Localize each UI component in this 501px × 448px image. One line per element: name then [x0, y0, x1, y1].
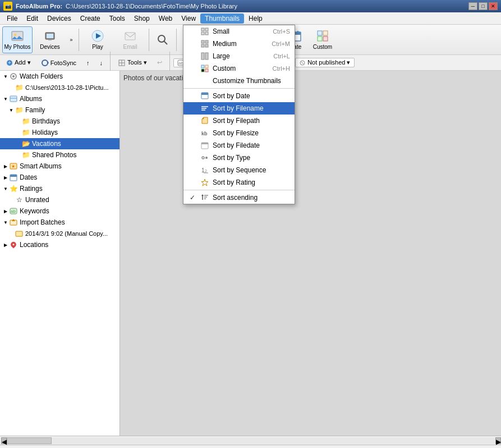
menu-customize-thumbnails[interactable]: Customize Thumbnails [183, 75, 295, 87]
search-button[interactable] [153, 26, 173, 53]
locations-label: Locations [20, 241, 48, 249]
email-button[interactable]: Email [115, 26, 145, 53]
sidebar-item-ratings[interactable]: ▼ ⭐ Ratings [0, 183, 119, 194]
sidebar-item-keywords[interactable]: ▶ ab Keywords [0, 205, 119, 217]
add-button[interactable]: + Add ▾ [2, 57, 35, 68]
large-label: Large [213, 52, 230, 60]
sidebar-item-dates[interactable]: ▶ Dates [0, 172, 119, 183]
svg-point-37 [12, 75, 15, 77]
sort-filedate-label: Sort by Filedate [213, 141, 260, 149]
sort-down-button[interactable]: ↓ [96, 58, 107, 68]
expander: ▼ [8, 107, 15, 113]
menu-web[interactable]: Web [154, 13, 177, 24]
play-button[interactable]: Play [82, 26, 113, 53]
small-label: Small [213, 28, 229, 35]
svg-line-9 [164, 41, 167, 44]
sort-up-button[interactable]: ↑ [82, 58, 94, 68]
svg-rect-53 [205, 32, 208, 35]
close-button[interactable]: ✕ [489, 2, 498, 10]
menu-edit[interactable]: Edit [22, 13, 43, 24]
svg-text:2: 2 [205, 169, 207, 173]
menu-devices[interactable]: Devices [43, 13, 76, 24]
sidebar-item-family[interactable]: ▼ 📁 Family [0, 104, 119, 116]
expander [15, 129, 21, 136]
menu-help[interactable]: Help [244, 13, 267, 24]
menu-small[interactable]: Small Ctrl+S [183, 25, 295, 38]
menu-sort-type[interactable]: Sort by Type [183, 152, 295, 164]
sidebar-item-birthdays[interactable]: 📁 Birthdays [0, 116, 119, 127]
customize-label: Customize Thumbnails [213, 77, 281, 85]
menu-sort-filename[interactable]: Sort by Filename [183, 102, 295, 115]
scroll-thumb[interactable] [7, 437, 52, 444]
medium-icon [200, 39, 209, 48]
sidebar-item-albums[interactable]: ▼ Albums [0, 93, 119, 104]
menu-sort-sequence[interactable]: 12 Sort by Sequence [183, 164, 295, 176]
thumbnails-menu[interactable]: Small Ctrl+S Medium Ctrl+M Large Ctrl+L [183, 25, 295, 204]
not-published-label: Not published ▾ [307, 59, 350, 66]
undo-button[interactable]: ↩ [153, 57, 166, 68]
menu-medium[interactable]: Medium Ctrl+M [183, 38, 295, 50]
menu-tools[interactable]: Tools [105, 13, 130, 24]
expander [8, 230, 15, 237]
expander: ▼ [2, 73, 9, 80]
menu-large[interactable]: Large Ctrl+L [183, 50, 295, 62]
keywords-label: Keywords [20, 207, 49, 215]
dates-label: Dates [20, 173, 37, 181]
menu-sort-ascending[interactable]: ✓ Sort ascending [183, 191, 295, 204]
sidebar-item-watch-path[interactable]: 📁 C:\Users\2013-10-28-1\Pictu... [0, 82, 119, 93]
minimize-button[interactable]: ─ [468, 2, 477, 10]
menu-view[interactable]: View [177, 13, 200, 24]
sort-ascending-icon [200, 193, 209, 202]
not-published-tag[interactable]: Not published ▾ [295, 58, 354, 67]
custom-button[interactable]: Custom [309, 26, 336, 53]
sidebar-item-vacations[interactable]: 📂 Vacations [0, 138, 119, 149]
menu-custom[interactable]: Custom Ctrl+H [183, 62, 295, 75]
albums-tree-icon [9, 94, 18, 103]
menu-sort-filesize[interactable]: kb Sort by Filesize [183, 127, 295, 139]
devices-button[interactable]: Devices [35, 26, 65, 53]
shared-photos-label: Shared Photos [32, 151, 76, 159]
more-button[interactable]: » [67, 26, 75, 53]
scroll-right[interactable]: ▶ [495, 437, 501, 444]
menu-sort-date[interactable]: Sort by Date [183, 90, 295, 102]
sidebar-item-locations[interactable]: ▶ Locations [0, 239, 119, 250]
large-icon [200, 52, 209, 61]
sort-rating-label: Sort by Rating [213, 179, 255, 186]
menu-file[interactable]: File [2, 13, 22, 24]
email-label: Email [123, 44, 137, 50]
sidebar-item-batch-2014[interactable]: 2014/3/1 9:02 (Manual Copy... [0, 228, 119, 239]
scroll-left[interactable]: ◀ [1, 437, 7, 444]
smart-albums-label: Smart Albums [20, 162, 62, 170]
sort-ascending-label: Sort ascending [213, 194, 258, 202]
fotosync-icon [41, 59, 49, 67]
locations-icon [9, 240, 18, 249]
medium-label: Medium [213, 40, 237, 48]
sidebar-item-import-batches[interactable]: ▼ Import Batches [0, 217, 119, 228]
my-photos-button[interactable]: My Photos [2, 26, 33, 53]
sidebar-item-smart-albums[interactable]: ▶ ★ Smart Albums [0, 161, 119, 172]
menu-sort-filepath[interactable]: Sort by Filepath [183, 115, 295, 127]
menu-shop[interactable]: Shop [130, 13, 154, 24]
menu-sort-filedate[interactable]: Sort by Filedate [183, 139, 295, 152]
sidebar-item-unrated[interactable]: ☆ Unrated [0, 194, 119, 205]
ratings-icon: ⭐ [9, 184, 18, 193]
fotosync-label: FotoSync [50, 60, 76, 66]
menu-thumbnails[interactable]: Thumbnails [200, 13, 244, 24]
menu-sort-rating[interactable]: Sort by Rating [183, 176, 295, 189]
sort-date-icon [200, 92, 209, 100]
svg-point-49 [13, 244, 15, 245]
menu-create[interactable]: Create [76, 13, 105, 24]
fotosync-button[interactable]: FotoSync [37, 57, 80, 68]
sidebar-item-watch-folders[interactable]: ▼ Watch Folders [0, 71, 119, 82]
batch-2014-label: 2014/3/1 9:02 (Manual Copy... [25, 230, 108, 237]
svg-rect-62 [201, 69, 204, 72]
sidebar-item-shared-photos[interactable]: 📁 Shared Photos [0, 149, 119, 161]
small-shortcut: Ctrl+S [273, 28, 290, 35]
expander [15, 118, 21, 125]
sidebar-item-holidays[interactable]: 📁 Holidays [0, 127, 119, 138]
custom-icon [316, 29, 329, 43]
maximize-button[interactable]: □ [479, 2, 488, 10]
tools-button[interactable]: Tools ▾ [114, 57, 151, 68]
hscrollbar[interactable]: ◀ ▶ [0, 436, 501, 445]
holidays-label: Holidays [32, 129, 58, 136]
